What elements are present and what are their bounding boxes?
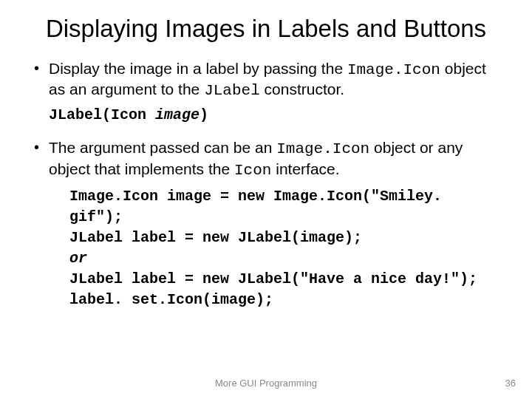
snippet1-arg: image	[155, 106, 200, 123]
footer-title: More GUI Programming	[0, 378, 532, 389]
bullet-1-code-b: JLabel	[204, 82, 260, 99]
bullet-2-code-a: Image.Icon	[276, 140, 369, 157]
slide-title: Displaying Images in Labels and Buttons	[43, 15, 489, 43]
page-number: 36	[505, 378, 516, 389]
bullet-2-text-c: interface.	[271, 160, 339, 177]
bullet-2-code-b: Icon	[234, 162, 271, 179]
bullet-1-text-c: constructor.	[260, 81, 344, 98]
slide: Displaying Images in Labels and Buttons …	[0, 0, 532, 399]
snippet2-line-3: or	[69, 248, 504, 269]
bullet-1-text-a: Display the image in a label by passing …	[49, 60, 347, 77]
bullet-2-text-a: The argument passed can be an	[49, 139, 276, 156]
bullet-1-code-a: Image.Icon	[347, 61, 440, 78]
snippet1-post: )	[200, 106, 208, 123]
code-snippet-1: JLabel(Icon image)	[49, 105, 504, 125]
snippet2-line-5: label. set.Icon(image);	[69, 290, 504, 310]
code-snippet-2: Image.Icon image = new Image.Icon("Smile…	[69, 186, 504, 310]
snippet2-line-4: JLabel label = new JLabel("Have a nice d…	[69, 269, 504, 290]
bullet-list: Display the image in a label by passing …	[28, 59, 504, 101]
bullet-1: Display the image in a label by passing …	[28, 59, 504, 101]
bullet-list-2: The argument passed can be an Image.Icon…	[28, 138, 504, 180]
snippet1-pre: JLabel(Icon	[49, 106, 155, 123]
snippet2-line-2: JLabel label = new JLabel(image);	[69, 228, 504, 248]
snippet2-line-1: Image.Icon image = new Image.Icon("Smile…	[69, 186, 504, 228]
bullet-2: The argument passed can be an Image.Icon…	[28, 138, 504, 180]
